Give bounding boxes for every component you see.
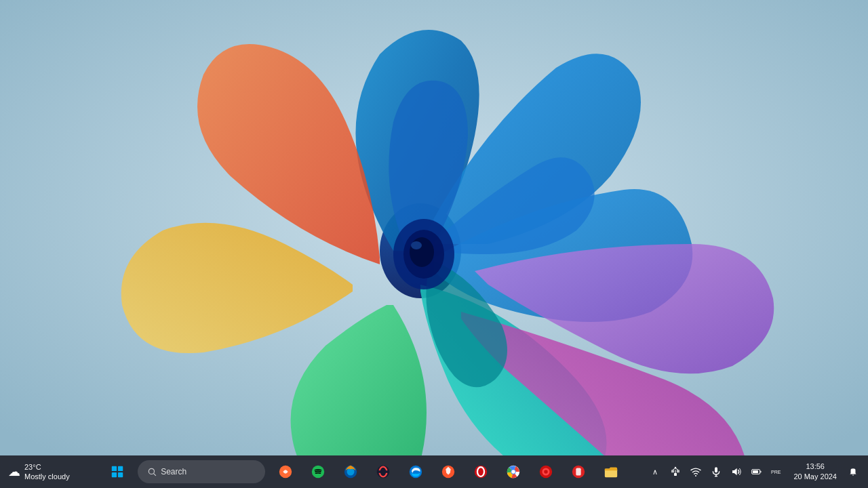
tray-overflow-button[interactable]: ∧ bbox=[646, 462, 665, 481]
taskbar: ☁ 23°C Mostly cloudy bbox=[0, 455, 868, 488]
clock-time: 13:56 bbox=[806, 462, 825, 472]
app-red1-button[interactable] bbox=[531, 457, 561, 487]
start-button[interactable] bbox=[102, 457, 132, 487]
petal-app-button[interactable] bbox=[271, 457, 300, 487]
network-tray-icon[interactable] bbox=[666, 462, 685, 481]
svg-rect-18 bbox=[377, 470, 389, 473]
weather-condition: Mostly cloudy bbox=[24, 472, 70, 481]
brave-app-button[interactable] bbox=[433, 457, 463, 487]
desktop: ☁ 23°C Mostly cloudy bbox=[0, 0, 868, 488]
clock-date: 20 May 2024 bbox=[793, 472, 837, 482]
search-label: Search bbox=[161, 467, 186, 476]
svg-rect-7 bbox=[118, 466, 123, 471]
weather-text: 23°C Mostly cloudy bbox=[24, 462, 70, 482]
file-explorer-button[interactable] bbox=[596, 457, 626, 487]
svg-point-10 bbox=[149, 468, 155, 474]
svg-point-39 bbox=[695, 475, 696, 476]
system-tray: ∧ bbox=[640, 457, 868, 487]
svg-rect-44 bbox=[753, 470, 758, 473]
svg-rect-45 bbox=[760, 471, 762, 473]
svg-point-25 bbox=[511, 470, 515, 474]
svg-point-4 bbox=[410, 237, 434, 267]
svg-rect-8 bbox=[112, 472, 117, 477]
svg-rect-40 bbox=[715, 467, 717, 472]
app-red2-button[interactable] bbox=[564, 457, 593, 487]
svg-rect-6 bbox=[112, 466, 117, 471]
svg-line-11 bbox=[154, 474, 156, 476]
svg-point-5 bbox=[411, 241, 422, 249]
svg-rect-34 bbox=[677, 470, 679, 472]
taskbar-center: Search bbox=[88, 457, 640, 487]
edge-app-button[interactable] bbox=[401, 457, 431, 487]
microphone-tray-icon[interactable] bbox=[707, 462, 726, 481]
firefox-app-button[interactable] bbox=[336, 457, 366, 487]
wifi-tray-icon[interactable] bbox=[686, 462, 705, 481]
wallpaper bbox=[0, 0, 868, 488]
search-button[interactable]: Search bbox=[138, 460, 265, 483]
svg-rect-32 bbox=[674, 473, 677, 476]
keyboard-tray-icon[interactable]: PRE bbox=[768, 462, 787, 481]
weather-widget[interactable]: ☁ 23°C Mostly cloudy bbox=[0, 462, 88, 482]
battery-tray-icon[interactable] bbox=[747, 462, 766, 481]
svg-rect-9 bbox=[118, 472, 123, 477]
svg-text:PRE: PRE bbox=[771, 470, 781, 474]
opera-app-button[interactable] bbox=[466, 457, 496, 487]
svg-rect-33 bbox=[671, 470, 674, 472]
chrome-app-button[interactable] bbox=[498, 457, 528, 487]
svg-point-28 bbox=[544, 470, 548, 474]
clock-display[interactable]: 13:56 20 May 2024 bbox=[788, 462, 842, 483]
spotify-app-button[interactable] bbox=[303, 457, 333, 487]
svg-rect-30 bbox=[576, 468, 581, 476]
opera-gx-app-button[interactable] bbox=[368, 457, 398, 487]
notification-button[interactable] bbox=[844, 457, 863, 487]
weather-temperature: 23°C bbox=[24, 462, 70, 472]
svg-point-38 bbox=[675, 467, 677, 469]
weather-icon: ☁ bbox=[8, 464, 20, 479]
tray-overflow-icon: ∧ bbox=[652, 468, 658, 476]
volume-tray-icon[interactable] bbox=[727, 462, 746, 481]
